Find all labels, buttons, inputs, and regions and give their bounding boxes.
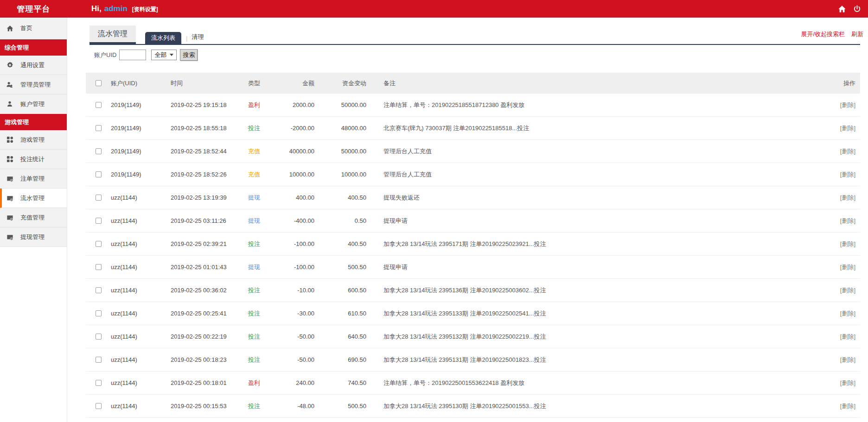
- row-checkbox[interactable]: [96, 403, 102, 409]
- search-button[interactable]: 搜索: [180, 49, 198, 61]
- table-row: uzz(1144) 2019-02-25 00:22:19 投注 -50.00 …: [86, 325, 860, 348]
- account-cell: uzz(1144): [111, 310, 171, 317]
- table-row: 2019(1149) 2019-02-25 19:15:18 盈利 2000.0…: [86, 94, 860, 117]
- doc-icon: [6, 195, 13, 202]
- balance-cell: 640.50: [314, 333, 366, 340]
- account-cell: 2019(1149): [111, 101, 171, 108]
- row-checkbox[interactable]: [96, 125, 102, 131]
- sidebar-item-general-settings[interactable]: 通用设置: [0, 56, 67, 75]
- delete-link[interactable]: [删除]: [840, 148, 855, 155]
- row-checkbox[interactable]: [96, 287, 102, 293]
- home-icon[interactable]: [838, 5, 846, 13]
- remark-cell: 提现申请: [366, 263, 828, 271]
- type-cell: 盈利: [240, 379, 268, 387]
- amount-cell: -2000.00: [268, 125, 314, 132]
- remark-cell: 注单结算，单号：20190225185518712380 盈利发放: [366, 101, 828, 109]
- delete-link[interactable]: [删除]: [840, 287, 855, 294]
- sidebar-item-label: 投注统计: [20, 155, 45, 164]
- tab-flow-list[interactable]: 流水列表: [145, 32, 181, 44]
- sidebar-item-label: 游戏管理: [20, 136, 45, 144]
- sidebar-item-label: 提现管理: [20, 233, 45, 241]
- amount-cell: -100.00: [268, 240, 314, 247]
- account-cell: 2019(1149): [111, 148, 171, 155]
- toggle-search-link[interactable]: 展开/收起搜索栏: [801, 30, 845, 38]
- type-cell: 投注: [240, 356, 268, 364]
- tab-cleanup[interactable]: 清理: [191, 33, 204, 41]
- row-checkbox[interactable]: [96, 380, 102, 386]
- sidebar-item-game-management[interactable]: 游戏管理: [0, 130, 67, 150]
- delete-link[interactable]: [删除]: [840, 379, 855, 386]
- remark-cell: 北京赛车(牌九) 730037期 注单20190225185518...投注: [366, 124, 828, 132]
- header-account: 账户(UID): [111, 79, 171, 88]
- delete-link[interactable]: [删除]: [840, 333, 855, 340]
- delete-link[interactable]: [删除]: [840, 310, 855, 317]
- delete-link[interactable]: [删除]: [840, 125, 855, 132]
- refresh-link[interactable]: 刷新: [851, 30, 863, 38]
- row-checkbox[interactable]: [96, 334, 102, 340]
- delete-link[interactable]: [删除]: [840, 403, 855, 409]
- amount-cell: -400.00: [268, 217, 314, 224]
- search-bar: 账户UID 全部 搜索: [94, 49, 860, 61]
- row-checkbox[interactable]: [96, 218, 102, 224]
- time-cell: 2019-02-25 00:22:19: [171, 333, 240, 340]
- delete-link[interactable]: [删除]: [840, 264, 855, 271]
- time-cell: 2019-02-25 18:52:44: [171, 148, 240, 155]
- row-checkbox[interactable]: [96, 241, 102, 247]
- row-checkbox[interactable]: [96, 102, 102, 108]
- amount-cell: -100.00: [268, 264, 314, 271]
- balance-cell: 400.50: [314, 240, 366, 247]
- sidebar-item-admin-management[interactable]: 管理员管理: [0, 75, 67, 94]
- sidebar-item-flow-management[interactable]: 流水管理: [0, 189, 67, 208]
- balance-cell: 50000.00: [314, 148, 366, 155]
- tab-flow-management[interactable]: 流水管理: [89, 25, 136, 44]
- type-cell: 投注: [240, 402, 268, 410]
- header-amount: 金额: [268, 79, 314, 88]
- time-cell: 2019-02-25 00:15:53: [171, 403, 240, 409]
- header-remark: 备注: [366, 79, 828, 88]
- table-row: 2019(1149) 2019-02-25 18:52:44 充值 40000.…: [86, 140, 860, 163]
- table-row: 2019(1149) 2019-02-25 18:55:18 投注 -2000.…: [86, 117, 860, 140]
- profile-settings-link[interactable]: [资料设置]: [132, 6, 158, 13]
- sidebar-item-label: 通用设置: [20, 61, 45, 69]
- account-uid-input[interactable]: [119, 50, 146, 60]
- sidebar-item-bet-stats[interactable]: 投注统计: [0, 150, 67, 169]
- row-checkbox[interactable]: [96, 357, 102, 363]
- time-cell: 2019-02-25 03:11:26: [171, 217, 240, 224]
- row-checkbox[interactable]: [96, 171, 102, 177]
- sidebar-section-game: 游戏管理: [0, 114, 67, 130]
- row-checkbox[interactable]: [96, 310, 102, 316]
- type-filter-select[interactable]: 全部: [151, 50, 177, 60]
- type-cell: 投注: [240, 286, 268, 295]
- table-header-row: 账户(UID) 时间 类型 金额 资金变动 备注 操作: [86, 73, 860, 94]
- type-cell: 盈利: [240, 101, 268, 109]
- main-content: 展开/收起搜索栏 刷新 流水管理 流水列表 | 清理 账户UID 全部 搜索 账…: [67, 18, 868, 422]
- header-time: 时间: [171, 79, 240, 88]
- sidebar-item-account-management[interactable]: 账户管理: [0, 94, 67, 114]
- account-cell: uzz(1144): [111, 194, 171, 201]
- row-checkbox[interactable]: [96, 148, 102, 154]
- sidebar-item-recharge-management[interactable]: 充值管理: [0, 208, 67, 227]
- delete-link[interactable]: [删除]: [840, 194, 855, 201]
- grid-icon: [6, 136, 13, 144]
- amount-cell: 2000.00: [268, 101, 314, 108]
- delete-link[interactable]: [删除]: [840, 171, 855, 178]
- flow-table: 账户(UID) 时间 类型 金额 资金变动 备注 操作 2019(1149) 2…: [86, 73, 860, 418]
- sidebar-item-withdraw-management[interactable]: 提现管理: [0, 227, 67, 247]
- sidebar-item-order-management[interactable]: 注单管理: [0, 169, 67, 189]
- table-row: uzz(1144) 2019-02-25 00:25:41 投注 -30.00 …: [86, 302, 860, 325]
- row-checkbox[interactable]: [96, 264, 102, 270]
- amount-cell: 10000.00: [268, 171, 314, 178]
- row-checkbox[interactable]: [96, 195, 102, 201]
- sidebar-item-label: 首页: [20, 24, 32, 32]
- sidebar-item-home[interactable]: 首页: [0, 18, 67, 39]
- delete-link[interactable]: [删除]: [840, 356, 855, 363]
- top-bar: 管理平台 Hi, admin [资料设置]: [0, 0, 868, 18]
- delete-link[interactable]: [删除]: [840, 240, 855, 247]
- select-all-checkbox[interactable]: [96, 80, 102, 86]
- delete-link[interactable]: [删除]: [840, 217, 855, 224]
- amount-cell: -30.00: [268, 310, 314, 317]
- power-icon[interactable]: [853, 5, 861, 13]
- remark-cell: 加拿大28 13/14玩法 2395171期 注单20190225023921.…: [366, 240, 828, 248]
- delete-link[interactable]: [删除]: [840, 101, 855, 108]
- sidebar: 首页综合管理通用设置管理员管理账户管理游戏管理游戏管理投注统计注单管理流水管理充…: [0, 18, 67, 422]
